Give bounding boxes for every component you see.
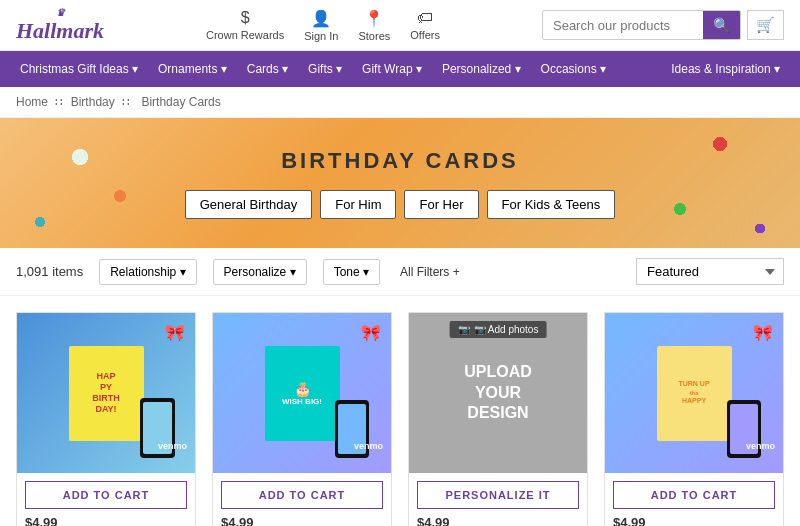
- breadcrumb-sep1: ∷: [55, 95, 66, 109]
- card1-main: HAPPYBIRTHDAY!: [69, 346, 144, 441]
- breadcrumb-sep2: ∷: [122, 95, 133, 109]
- product-card-1: HAPPYBIRTHDAY! venmo 🎀 ADD TO CART $4.99…: [16, 312, 196, 526]
- tab-for-kids[interactable]: For Kids & Teens: [487, 190, 616, 219]
- card4-venmo: venmo: [746, 441, 775, 451]
- product-card-body-3: PERSONALIZE IT $4.99 Personalized Create…: [409, 473, 587, 526]
- product-controls: 1,091 items Relationship ▾ Personalize ▾…: [0, 248, 800, 296]
- product-card-4: TURN UPthaHAPPY venmo 🎀 ADD TO CART $4.9…: [604, 312, 784, 526]
- personalize-filter[interactable]: Personalize ▾: [213, 259, 307, 285]
- top-nav-links: $ Crown Rewards 👤 Sign In 📍 Stores 🏷 Off…: [206, 9, 440, 42]
- tab-for-her[interactable]: For Her: [404, 190, 478, 219]
- sort-container: Featured Newest Price: Low to High Price…: [636, 258, 784, 285]
- product-image-4: TURN UPthaHAPPY venmo 🎀: [605, 313, 783, 473]
- product-image-2: 🎂 WISH BIG! venmo 🎀: [213, 313, 391, 473]
- offers-link[interactable]: 🏷 Offers: [410, 9, 440, 41]
- product-image-3: 📷 📷 Add photos UPLOAD YOUR DESIGN: [409, 313, 587, 473]
- crown-rewards-label: Crown Rewards: [206, 29, 284, 41]
- product-price-2: $4.99: [221, 515, 383, 526]
- main-navigation: Christmas Gift Ideas ▾ Ornaments ▾ Cards…: [0, 51, 800, 87]
- card2-ribbon: 🎀: [361, 323, 381, 342]
- hero-title: BIRTHDAY CARDS: [281, 148, 519, 174]
- product-card-body-2: ADD TO CART $4.99 Wish Big Venmo Birthda…: [213, 473, 391, 526]
- product-price-1: $4.99: [25, 515, 187, 526]
- cart-button[interactable]: 🛒: [747, 10, 784, 40]
- search-bar: 🔍: [542, 10, 741, 40]
- all-filters-btn[interactable]: All Filters +: [396, 260, 464, 284]
- breadcrumb-birthday[interactable]: Birthday: [71, 95, 115, 109]
- product-card-3: 📷 📷 Add photos UPLOAD YOUR DESIGN PERSON…: [408, 312, 588, 526]
- crown-rewards-link[interactable]: $ Crown Rewards: [206, 9, 284, 41]
- upload-text: UPLOAD YOUR DESIGN: [464, 362, 532, 424]
- personalize-btn-3[interactable]: PERSONALIZE IT: [417, 481, 579, 509]
- product-price-3: $4.99: [417, 515, 579, 526]
- search-button[interactable]: 🔍: [703, 11, 740, 39]
- stores-label: Stores: [358, 30, 390, 42]
- location-icon: 📍: [364, 9, 384, 28]
- nav-ornaments[interactable]: Ornaments ▾: [148, 51, 237, 87]
- brand-name: Hallmark: [16, 20, 104, 42]
- add-to-cart-btn-1[interactable]: ADD TO CART: [25, 481, 187, 509]
- product-image-1: HAPPYBIRTHDAY! venmo 🎀: [17, 313, 195, 473]
- card2-label: WISH BIG!: [282, 397, 322, 406]
- card4-ribbon: 🎀: [753, 323, 773, 342]
- hallmark-logo[interactable]: ♛ Hallmark: [16, 8, 104, 42]
- hero-banner: BIRTHDAY CARDS General Birthday For Him …: [0, 118, 800, 248]
- upload-line1: UPLOAD: [464, 362, 532, 383]
- tab-for-him[interactable]: For Him: [320, 190, 396, 219]
- nav-ideas[interactable]: Ideas & Inspiration ▾: [661, 51, 790, 87]
- card1-background: HAPPYBIRTHDAY! venmo 🎀: [17, 313, 195, 473]
- nav-giftwrap[interactable]: Gift Wrap ▾: [352, 51, 432, 87]
- product-card-body-4: ADD TO CART $4.99 Turn Up the Happy Venm…: [605, 473, 783, 526]
- category-filter-tabs: General Birthday For Him For Her For Kid…: [185, 190, 616, 219]
- tone-filter[interactable]: Tone ▾: [323, 259, 380, 285]
- add-photos-label: 📷 Add photos: [474, 324, 539, 335]
- nav-occasions[interactable]: Occasions ▾: [531, 51, 616, 87]
- card1-ribbon: 🎀: [165, 323, 185, 342]
- card4-text: TURN UPthaHAPPY: [678, 380, 709, 405]
- card2-main: 🎂 WISH BIG!: [265, 346, 340, 441]
- add-photos-badge: 📷 📷 Add photos: [450, 321, 547, 338]
- add-to-cart-btn-4[interactable]: ADD TO CART: [613, 481, 775, 509]
- breadcrumb: Home ∷ Birthday ∷ Birthday Cards: [0, 87, 800, 118]
- product-card-body-1: ADD TO CART $4.99 Happy Birthday Venmo B…: [17, 473, 195, 526]
- nav-christmas[interactable]: Christmas Gift Ideas ▾: [10, 51, 148, 87]
- dollar-icon: $: [241, 9, 250, 27]
- card4-main: TURN UPthaHAPPY: [657, 346, 732, 441]
- tag-icon: 🏷: [417, 9, 433, 27]
- sign-in-link[interactable]: 👤 Sign In: [304, 9, 338, 42]
- search-area: 🔍 🛒: [542, 10, 784, 40]
- item-count: 1,091 items: [16, 264, 83, 279]
- stores-link[interactable]: 📍 Stores: [358, 9, 390, 42]
- card1-venmo: venmo: [158, 441, 187, 451]
- card4-background: TURN UPthaHAPPY venmo 🎀: [605, 313, 783, 473]
- sort-select[interactable]: Featured Newest Price: Low to High Price…: [636, 258, 784, 285]
- upload-line3: DESIGN: [464, 403, 532, 424]
- top-navigation: ♛ Hallmark $ Crown Rewards 👤 Sign In 📍 S…: [0, 0, 800, 51]
- user-icon: 👤: [311, 9, 331, 28]
- card2-venmo: venmo: [354, 441, 383, 451]
- nav-personalized[interactable]: Personalized ▾: [432, 51, 531, 87]
- search-input[interactable]: [543, 12, 703, 39]
- product-card-2: 🎂 WISH BIG! venmo 🎀 ADD TO CART $4.99 Wi…: [212, 312, 392, 526]
- offers-label: Offers: [410, 29, 440, 41]
- crown-icon: ♛: [56, 8, 65, 18]
- sign-in-label: Sign In: [304, 30, 338, 42]
- breadcrumb-current: Birthday Cards: [141, 95, 220, 109]
- tab-general-birthday[interactable]: General Birthday: [185, 190, 313, 219]
- nav-cards[interactable]: Cards ▾: [237, 51, 298, 87]
- add-to-cart-btn-2[interactable]: ADD TO CART: [221, 481, 383, 509]
- relationship-filter[interactable]: Relationship ▾: [99, 259, 196, 285]
- card2-background: 🎂 WISH BIG! venmo 🎀: [213, 313, 391, 473]
- product-price-4: $4.99: [613, 515, 775, 526]
- upload-line2: YOUR: [464, 383, 532, 404]
- breadcrumb-home[interactable]: Home: [16, 95, 48, 109]
- card3-background: 📷 📷 Add photos UPLOAD YOUR DESIGN: [409, 313, 587, 473]
- card2-text: 🎂: [294, 381, 311, 397]
- card1-text: HAPPYBIRTHDAY!: [92, 371, 120, 414]
- camera-icon: 📷: [458, 324, 470, 335]
- nav-gifts[interactable]: Gifts ▾: [298, 51, 352, 87]
- products-grid: HAPPYBIRTHDAY! venmo 🎀 ADD TO CART $4.99…: [0, 296, 800, 526]
